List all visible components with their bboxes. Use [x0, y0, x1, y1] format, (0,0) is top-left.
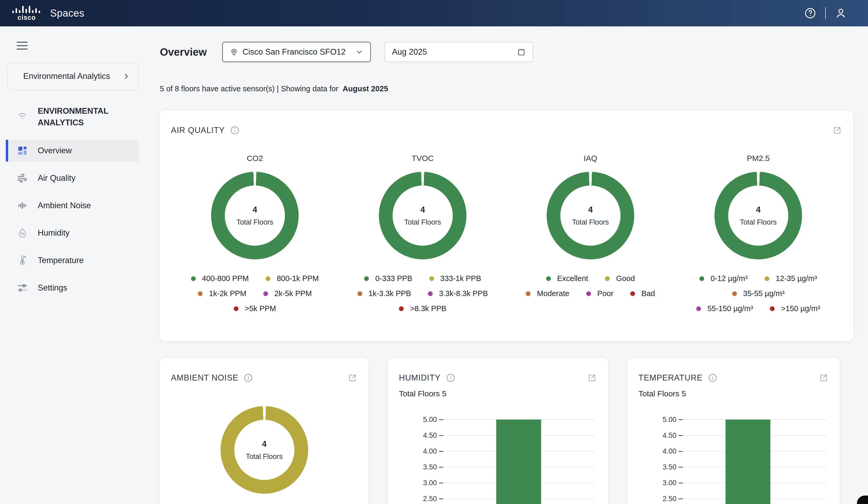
info-icon[interactable] [230, 126, 239, 135]
legend-item[interactable]: 55-150 µg/m³ [696, 304, 753, 313]
legend-item[interactable]: 333-1k PPB [429, 274, 481, 283]
legend-label: Poor [597, 289, 613, 298]
legend-item[interactable]: Excellent [546, 274, 588, 283]
help-icon [804, 7, 816, 19]
legend-item[interactable]: 0-12 µg/m³ [700, 274, 748, 283]
wifi-icon [17, 110, 28, 121]
legend-dot [198, 291, 203, 296]
y-tick-label: 3.50 [397, 463, 437, 471]
dashboard-icon [17, 145, 28, 156]
sidebar-item-humidity[interactable]: %Humidity [6, 222, 139, 244]
expand-external-link-icon[interactable] [348, 373, 358, 383]
help-button[interactable] [804, 7, 816, 19]
legend-item[interactable]: 400-800 PPM [191, 274, 249, 283]
legend-label: 1k-2k PPM [209, 289, 246, 298]
legend-item[interactable]: 1k-3.3k PPB [358, 289, 411, 298]
legend-dot [364, 276, 369, 281]
navbar-divider [825, 7, 826, 19]
legend-dot [546, 276, 551, 281]
month-picker-value: Aug 2025 [392, 47, 427, 57]
legend-item[interactable]: 12-35 µg/m³ [765, 274, 817, 283]
legend-item[interactable]: Bad [630, 289, 655, 298]
y-tick-label: 4.00 [637, 447, 676, 455]
legend-dot [191, 276, 196, 281]
sliders-icon [17, 282, 28, 294]
y-tick-mark [439, 419, 443, 420]
sidebar-item-temperature[interactable]: Temperature [6, 249, 139, 271]
sidebar-section-label: ENVIRONMENTAL ANALYTICS [38, 105, 125, 128]
iaq-donut-chart: 4Total Floors [547, 172, 634, 259]
legend-item[interactable]: Poor [586, 289, 613, 298]
sidebar-item-settings[interactable]: Settings [6, 277, 139, 299]
y-tick-mark [679, 498, 683, 499]
metric-legend: 0-12 µg/m³12-35 µg/m³35-55 µg/m³55-150 µ… [674, 274, 842, 319]
legend-item[interactable]: 35-55 µg/m³ [732, 289, 785, 298]
location-dropdown[interactable]: Cisco San Francisco SFO12 [222, 42, 371, 62]
y-tick-label: 4.00 [397, 447, 437, 455]
ambient-noise-card: AMBIENT NOISE [160, 358, 369, 504]
chevron-right-icon [122, 72, 130, 80]
legend-label: Bad [641, 289, 655, 298]
tvoc-donut-chart: 4Total Floors [379, 172, 466, 259]
expand-external-link-icon[interactable] [832, 125, 842, 135]
sidebar-item-ambient-noise[interactable]: Ambient Noise [6, 195, 139, 217]
sidebar-nav: OverviewAir QualityAmbient Noise%Humidit… [0, 140, 147, 299]
donut-value: 4 [252, 205, 257, 215]
legend-dot [696, 306, 701, 311]
legend-label: 55-150 µg/m³ [707, 304, 753, 313]
donut-label: Total Floors [404, 218, 441, 226]
metric-title: TVOC [412, 154, 433, 163]
aq-metric-co2: CO24Total Floors400-800 PPM800-1k PPM1k-… [171, 154, 339, 319]
legend-item[interactable]: Moderate [526, 289, 569, 298]
ambient-noise-card-title: AMBIENT NOISE [171, 373, 238, 383]
legend-dot [700, 276, 704, 281]
legend-item[interactable]: 3.3k-8.3k PPB [428, 289, 488, 298]
legend-dot [765, 276, 769, 281]
sidebar-toggle-button[interactable] [17, 42, 28, 50]
legend-dot [428, 291, 433, 296]
legend-label: Excellent [557, 274, 588, 283]
aq-metric-pm25: PM2.54Total Floors0-12 µg/m³12-35 µg/m³3… [674, 154, 842, 319]
cisco-logo-icon: cisco [11, 5, 42, 21]
y-axis-title: TOTAL FLOORS [636, 477, 645, 504]
app-context-switcher[interactable]: Environmental Analytics [7, 63, 138, 90]
metric-title: PM2.5 [747, 154, 770, 163]
info-icon[interactable] [244, 373, 253, 383]
legend-item[interactable]: >150 µg/m³ [770, 304, 820, 313]
sidebar-item-overview[interactable]: Overview [6, 140, 139, 162]
month-picker[interactable]: Aug 2025 [385, 42, 533, 62]
legend-item[interactable]: >5k PPM [234, 304, 276, 313]
sidebar-item-label: Settings [38, 283, 67, 292]
legend-item[interactable]: 800-1k PPM [266, 274, 319, 283]
aq-metric-iaq: IAQ4Total FloorsExcellentGoodModeratePoo… [507, 154, 674, 319]
legend-dot [358, 291, 362, 296]
legend-label: 333-1k PPB [440, 274, 481, 283]
metric-legend: ExcellentGoodModeratePoorBad [507, 274, 674, 304]
legend-dot [586, 291, 591, 296]
metric-legend: 400-800 PPM800-1k PPM1k-2k PPM2k-5k PPM>… [171, 274, 339, 319]
legend-dot [399, 306, 404, 311]
legend-item[interactable]: 1k-2k PPM [198, 289, 246, 298]
bar-series [725, 420, 771, 504]
status-period: August 2025 [343, 84, 388, 93]
legend-dot [266, 276, 270, 281]
legend-item[interactable]: 0-333 PPB [364, 274, 412, 283]
legend-label: 3.3k-8.3k PPB [439, 289, 488, 298]
legend-item[interactable]: 2k-5k PPM [263, 289, 312, 298]
legend-label: 800-1k PPM [277, 274, 319, 283]
main-content: Overview Cisco San Francisco SFO12 Aug 2… [147, 27, 868, 504]
legend-item[interactable]: Good [605, 274, 635, 283]
location-pin-icon [230, 48, 238, 56]
y-tick-mark [679, 483, 683, 483]
sidebar-item-label: Overview [38, 146, 72, 155]
sidebar-item-air-quality[interactable]: Air Quality [6, 167, 139, 189]
donut-value: 4 [588, 205, 592, 215]
user-menu-button[interactable] [835, 7, 847, 19]
hamburger-icon [17, 42, 28, 43]
humidity-card: HUMIDITY Tot [388, 358, 608, 504]
status-line: 5 of 8 floors have active sensor(s) | Sh… [160, 84, 853, 93]
y-tick-mark [679, 451, 683, 452]
legend-dot [630, 291, 635, 296]
sidebar-section-header: ENVIRONMENTAL ANALYTICS [17, 105, 147, 128]
legend-item[interactable]: >8.3k PPB [399, 304, 446, 313]
